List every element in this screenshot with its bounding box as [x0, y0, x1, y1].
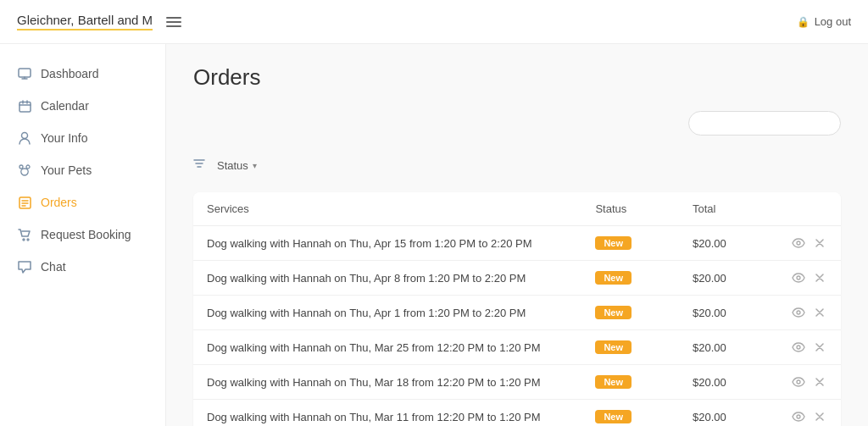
actions-cell [757, 296, 841, 330]
total-cell: $20.00 [679, 365, 757, 400]
status-cell: New [581, 330, 679, 365]
svg-rect-0 [19, 69, 31, 77]
table-row: Dog walking with Hannah on Thu, Apr 1 fr… [193, 296, 841, 330]
svg-point-8 [797, 241, 800, 245]
svg-rect-1 [19, 102, 31, 112]
view-button[interactable] [788, 340, 809, 354]
service-cell: Dog walking with Hannah on Thu, Mar 11 f… [193, 400, 581, 427]
eye-icon [792, 307, 805, 318]
topbar: Gleichner, Bartell and M 🔒 Log out [0, 0, 868, 44]
svg-point-10 [797, 311, 800, 314]
close-button[interactable] [812, 307, 827, 318]
sidebar-item-chat[interactable]: Chat [0, 251, 165, 283]
close-button[interactable] [812, 376, 827, 388]
pets-icon [17, 163, 32, 178]
eye-icon [792, 377, 805, 387]
calendar-icon [17, 98, 32, 113]
company-name: Gleichner, Bartell and M [17, 13, 153, 30]
view-button[interactable] [788, 236, 809, 250]
status-cell: New [581, 365, 679, 400]
total-cell: $20.00 [679, 226, 757, 261]
table-row: Dog walking with Hannah on Thu, Mar 25 f… [193, 330, 841, 365]
main-body: Dashboard Calendar Your [0, 44, 868, 426]
search-input[interactable] [688, 111, 841, 136]
view-button[interactable] [788, 410, 809, 423]
sidebar-item-your-pets[interactable]: Your Pets [0, 154, 165, 186]
sidebar-item-request-booking[interactable]: Request Booking [0, 219, 165, 251]
service-cell: Dog walking with Hannah on Thu, Apr 1 fr… [193, 296, 581, 330]
lock-icon: 🔒 [797, 16, 810, 28]
logout-button[interactable]: 🔒 Log out [797, 15, 851, 28]
svg-point-9 [797, 276, 800, 279]
logout-label: Log out [815, 15, 851, 28]
app-layout: Gleichner, Bartell and M 🔒 Log out Dashb… [0, 0, 868, 426]
filter-row: Status ▾ [193, 149, 841, 182]
close-button[interactable] [812, 411, 827, 423]
sidebar-item-dashboard-label: Dashboard [41, 67, 99, 80]
sidebar: Dashboard Calendar Your [0, 44, 166, 426]
monitor-icon [17, 66, 32, 81]
sidebar-item-calendar-label: Calendar [41, 99, 89, 113]
sidebar-item-your-info-label: Your Info [41, 131, 88, 145]
service-cell: Dog walking with Hannah on Thu, Apr 15 f… [193, 226, 581, 261]
close-button[interactable] [812, 237, 827, 249]
sidebar-item-orders-label: Orders [41, 196, 77, 209]
sidebar-item-calendar[interactable]: Calendar [0, 90, 165, 122]
svg-point-11 [797, 346, 800, 349]
search-bar-row [193, 111, 841, 136]
close-icon [815, 412, 824, 421]
status-badge: New [595, 410, 632, 423]
svg-point-7 [27, 239, 29, 241]
menu-icon[interactable] [166, 17, 181, 27]
sidebar-item-dashboard[interactable]: Dashboard [0, 58, 165, 90]
close-button[interactable] [812, 341, 827, 353]
view-button[interactable] [788, 271, 809, 285]
orders-table: Services Status Total Dog walking with H… [193, 192, 841, 426]
close-icon [815, 239, 824, 247]
cart-icon [17, 227, 32, 242]
service-cell: Dog walking with Hannah on Thu, Mar 18 f… [193, 365, 581, 400]
status-cell: New [581, 226, 679, 261]
table-row: Dog walking with Hannah on Thu, Apr 15 f… [193, 226, 841, 261]
filter-icon [193, 159, 205, 172]
user-icon [17, 130, 32, 146]
svg-point-4 [26, 165, 30, 169]
eye-icon [792, 273, 805, 283]
view-button[interactable] [788, 306, 809, 319]
service-cell: Dog walking with Hannah on Thu, Apr 8 fr… [193, 261, 581, 296]
sidebar-item-orders[interactable]: Orders [0, 186, 165, 219]
eye-icon [792, 238, 805, 248]
col-total: Total [679, 192, 757, 226]
chat-icon [17, 259, 32, 274]
col-services: Services [193, 192, 581, 226]
status-filter-button[interactable]: Status ▾ [210, 156, 264, 175]
col-status: Status [581, 192, 679, 226]
chevron-down-icon: ▾ [253, 161, 257, 170]
status-badge: New [595, 375, 632, 389]
svg-point-12 [797, 380, 800, 384]
total-cell: $20.00 [679, 330, 757, 365]
status-badge: New [595, 306, 632, 319]
actions-cell [757, 400, 841, 427]
close-icon [815, 274, 824, 282]
table-row: Dog walking with Hannah on Thu, Mar 18 f… [193, 365, 841, 400]
content-area: Orders Status ▾ Services [166, 44, 868, 426]
topbar-left: Gleichner, Bartell and M [17, 13, 181, 30]
close-button[interactable] [812, 272, 827, 284]
sidebar-item-your-pets-label: Your Pets [41, 163, 92, 177]
actions-cell [757, 226, 841, 261]
sidebar-item-chat-label: Chat [41, 260, 66, 274]
actions-cell [757, 261, 841, 296]
eye-icon [792, 342, 805, 352]
status-badge: New [595, 271, 632, 285]
total-cell: $20.00 [679, 400, 757, 427]
status-cell: New [581, 296, 679, 330]
svg-point-2 [22, 133, 28, 139]
status-cell: New [581, 400, 679, 427]
svg-point-6 [23, 239, 25, 241]
view-button[interactable] [788, 375, 809, 389]
sidebar-item-your-info[interactable]: Your Info [0, 122, 165, 154]
actions-cell [757, 330, 841, 365]
table-row: Dog walking with Hannah on Thu, Apr 8 fr… [193, 261, 841, 296]
close-icon [815, 308, 824, 317]
